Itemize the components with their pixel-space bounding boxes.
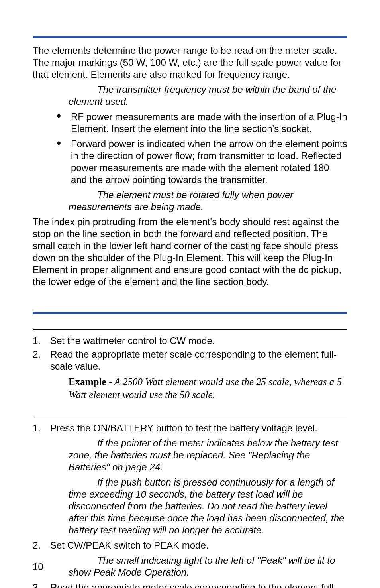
section-divider-mid — [33, 312, 347, 314]
index-pin-paragraph: The index pin protruding from the elemen… — [33, 216, 347, 288]
peak-steps-cont: 2.Set CW/PEAK switch to PEAK mode. — [33, 539, 347, 551]
step-text: Press the ON/BATTERY button to test the … — [50, 423, 317, 433]
subsection-rule-1 — [33, 329, 347, 330]
step-item: 2.Set CW/PEAK switch to PEAK mode. — [33, 539, 347, 551]
example-block: Example - A 2500 Watt element would use … — [69, 376, 347, 401]
step-item: 2.Read the appropriate meter scale corre… — [33, 348, 347, 372]
step-item: 1.Press the ON/BATTERY button to test th… — [33, 422, 347, 434]
note-text: The transmitter frequency must be within… — [69, 84, 336, 107]
step-text: Set the wattmeter control to CW mode. — [50, 335, 215, 346]
subsection-rule-2 — [33, 417, 347, 417]
cw-steps: 1.Set the wattmeter control to CW mode. … — [33, 335, 347, 372]
bullet-list: RF power measurements are made with the … — [57, 111, 347, 186]
step-number: 2. — [33, 539, 41, 551]
note-text: The small indicating light to the left o… — [69, 555, 335, 578]
step-text: Read the appropriate meter scale corresp… — [50, 582, 337, 588]
page-number: 10 — [33, 561, 43, 573]
note-text: The element must be rotated fully when p… — [69, 189, 293, 212]
step-number: 3. — [33, 582, 41, 588]
step-number: 2. — [33, 348, 41, 360]
intro-paragraph: The elements determine the power range t… — [33, 45, 347, 81]
note-battery-time: If the push button is pressed continuous… — [69, 476, 347, 536]
peak-steps-cont2: 3.Read the appropriate meter scale corre… — [33, 582, 347, 588]
note-frequency: The transmitter frequency must be within… — [69, 84, 347, 108]
peak-steps: 1.Press the ON/BATTERY button to test th… — [33, 422, 347, 434]
step-text: Read the appropriate meter scale corresp… — [50, 349, 337, 372]
step-text: Set CW/PEAK switch to PEAK mode. — [50, 540, 208, 551]
note-text: If the pointer of the meter indicates be… — [69, 438, 338, 472]
example-label: Example - — [69, 376, 112, 387]
bullet-item: Forward power is indicated when the arro… — [57, 138, 347, 186]
note-rotation: The element must be rotated fully when p… — [69, 189, 347, 213]
note-peak-light: The small indicating light to the left o… — [69, 555, 347, 578]
section-divider-top — [33, 36, 347, 38]
note-battery-zone: If the pointer of the meter indicates be… — [69, 437, 347, 473]
step-item: 3.Read the appropriate meter scale corre… — [33, 582, 347, 588]
step-number: 1. — [33, 335, 41, 347]
step-number: 1. — [33, 422, 41, 434]
bullet-item: RF power measurements are made with the … — [57, 111, 347, 135]
step-item: 1.Set the wattmeter control to CW mode. — [33, 335, 347, 347]
note-text: If the push button is pressed continuous… — [69, 477, 344, 535]
